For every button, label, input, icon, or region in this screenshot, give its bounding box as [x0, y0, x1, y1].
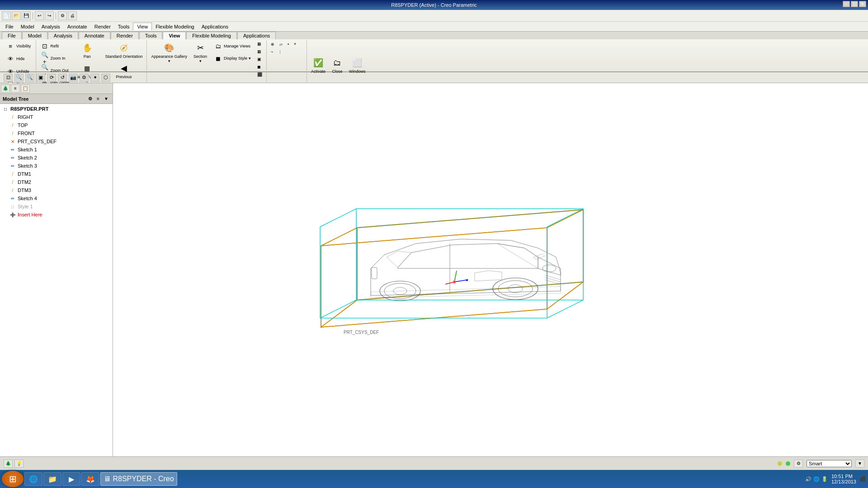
- panel-detail-icon[interactable]: 📋: [21, 84, 30, 93]
- another-btn2[interactable]: ⬡: [101, 74, 110, 82]
- tree-item-sketch2[interactable]: ✏ Sketch 2: [1, 154, 112, 162]
- print-button[interactable]: 🖨: [68, 11, 77, 20]
- pan-button[interactable]: ✋ Pan: [72, 40, 102, 60]
- zoom-to-fit-btn[interactable]: ⊡: [4, 74, 13, 82]
- restore-button[interactable]: ◻: [851, 1, 858, 7]
- tree-item-right[interactable]: / RIGHT: [1, 113, 112, 121]
- no-hidden-button[interactable]: ▣: [255, 56, 264, 63]
- menu-annotate[interactable]: Annotate: [64, 23, 91, 30]
- menu-model[interactable]: Model: [17, 23, 38, 30]
- menu-view[interactable]: View: [133, 23, 152, 30]
- tree-item-top[interactable]: / TOP: [1, 121, 112, 129]
- tree-item-dtm1[interactable]: / DTM1: [1, 170, 112, 178]
- minimize-button[interactable]: ─: [843, 1, 850, 7]
- new-button[interactable]: 📄: [2, 11, 11, 20]
- tree-settings-btn[interactable]: ⚙: [86, 95, 94, 103]
- layers-button[interactable]: ≡ Visibility: [4, 40, 34, 52]
- tree-root-item[interactable]: □ R8SPYDER.PRT: [1, 105, 112, 113]
- refit-button[interactable]: ⊡ Refit: [38, 40, 72, 52]
- close-button[interactable]: ✕: [859, 1, 866, 7]
- panel-layer-icon[interactable]: ≡: [11, 84, 20, 93]
- start-button[interactable]: ⊞: [2, 471, 24, 487]
- another-btn1[interactable]: ✦: [90, 74, 99, 82]
- taskbar-explorer[interactable]: 📁: [43, 472, 61, 486]
- show-more-button[interactable]: ⋮: [276, 48, 284, 56]
- standard-orientation-button[interactable]: 🧭 Standard Orientation: [103, 40, 145, 60]
- tab-analysis[interactable]: Analysis: [48, 32, 78, 39]
- tab-flexible-modeling[interactable]: Flexible Modeling: [186, 32, 237, 39]
- viewport[interactable]: PRT_CSYS_DEF: [113, 83, 868, 456]
- hide-button[interactable]: 👁 Hide: [4, 53, 34, 65]
- tree-item-insert[interactable]: ➕ Insert Here: [1, 211, 112, 219]
- status-model-btn[interactable]: 🌲: [4, 460, 13, 468]
- tab-model[interactable]: Model: [22, 32, 47, 39]
- tab-annotate[interactable]: Annotate: [79, 32, 110, 39]
- status-layer-btn[interactable]: 💡: [14, 460, 24, 468]
- redo-button[interactable]: ↪: [45, 11, 54, 20]
- orientation-buttons: ⊡ Refit 🔍+ Zoom In 🔍− Zoom Out ⊕ Pan Zoo…: [38, 40, 145, 90]
- shaded-with-edges-button[interactable]: ⬛: [255, 71, 264, 78]
- hidden-line-button[interactable]: ▦: [255, 48, 264, 55]
- close-window-button[interactable]: 🗂 Close: [329, 55, 346, 75]
- svg-rect-14: [372, 267, 377, 279]
- tree-item-dtm3[interactable]: / DTM3: [1, 186, 112, 194]
- taskbar-creo[interactable]: 🖥 R8SPYDER - Creo: [100, 472, 177, 486]
- tree-item-sketch3[interactable]: ✏ Sketch 3: [1, 162, 112, 170]
- tab-tools[interactable]: Tools: [139, 32, 163, 39]
- section-button[interactable]: ✂ Section▾: [191, 40, 209, 65]
- shaded-button[interactable]: ◼: [255, 63, 264, 70]
- panel-tree-icon[interactable]: 🌲: [1, 84, 10, 93]
- menu-analysis[interactable]: Analysis: [38, 23, 64, 30]
- view-mgr-btn[interactable]: ⚙: [80, 74, 89, 82]
- taskbar-media[interactable]: ▶: [62, 472, 80, 486]
- settings-button[interactable]: ⚙: [58, 11, 67, 20]
- menu-file[interactable]: File: [2, 23, 17, 30]
- zoom-in-sec-btn[interactable]: 🔍: [14, 74, 24, 82]
- tree-item-style1[interactable]: □ Style 1: [1, 202, 112, 211]
- wireframe-button[interactable]: ▦: [255, 40, 264, 47]
- show-planes-button[interactable]: ▱: [277, 41, 285, 48]
- appearance-gallery-button[interactable]: 🎨 Appearance Gallery▾: [149, 40, 189, 65]
- tree-item-dtm2[interactable]: / DTM2: [1, 178, 112, 186]
- tree-item-front[interactable]: / FRONT: [1, 129, 112, 137]
- open-button[interactable]: 📂: [12, 11, 21, 20]
- status-config-btn[interactable]: ⚙: [794, 460, 803, 468]
- status-dropdown-btn[interactable]: ▼: [855, 460, 864, 468]
- window-zoom-btn[interactable]: ▣: [36, 74, 45, 82]
- show-axes-button[interactable]: ⊕: [269, 41, 277, 48]
- tree-columns-btn[interactable]: ≡: [94, 95, 102, 103]
- menu-render[interactable]: Render: [91, 23, 114, 30]
- zoom-out-sec-btn[interactable]: 🔍: [25, 74, 34, 82]
- menu-applications[interactable]: Applications: [198, 23, 232, 30]
- zoom-in-button[interactable]: 🔍+ Zoom In: [38, 52, 72, 64]
- display-style-button[interactable]: ◼ Display Style▾: [211, 52, 253, 64]
- tree-filter-btn[interactable]: ▼: [103, 95, 110, 103]
- statusbar: 🌲 💡 ⚙ Smart ▼: [0, 456, 868, 470]
- refit-icon: ⊡: [40, 42, 49, 51]
- manage-views-button[interactable]: 🗂 Manage Views: [211, 40, 253, 52]
- undo-button[interactable]: ↩: [35, 11, 44, 20]
- show-csys-button[interactable]: ⌖: [292, 40, 298, 48]
- show-curves-button[interactable]: ~: [269, 48, 275, 56]
- taskbar-ie[interactable]: 🌐: [24, 472, 42, 486]
- menu-flexible-modeling[interactable]: Flexible Modeling: [152, 23, 198, 30]
- tab-render[interactable]: Render: [111, 32, 139, 39]
- screenshot-btn[interactable]: 📷: [69, 74, 78, 82]
- activate-button[interactable]: ✅ Activate: [309, 55, 328, 75]
- tree-item-csys[interactable]: ✕ PRT_CSYS_DEF: [1, 137, 112, 145]
- smart-select[interactable]: Smart: [807, 460, 852, 467]
- tab-applications[interactable]: Applications: [237, 32, 276, 39]
- tab-file[interactable]: File: [2, 32, 22, 39]
- save-button[interactable]: 💾: [22, 11, 31, 20]
- tab-view[interactable]: View: [163, 32, 186, 39]
- menu-tools[interactable]: Tools: [114, 23, 133, 30]
- tree-item-sketch1[interactable]: ✏ Sketch 1: [1, 145, 112, 154]
- spin-btn[interactable]: ↺: [58, 74, 67, 82]
- windows-button[interactable]: ⬜ Windows: [347, 55, 368, 75]
- plane-icon-right: /: [9, 113, 16, 121]
- repaint-btn[interactable]: ⟳: [47, 74, 56, 82]
- svg-point-11: [508, 285, 523, 293]
- tree-item-sketch4[interactable]: ✏ Sketch 4: [1, 194, 112, 202]
- taskbar-firefox[interactable]: 🦊: [81, 472, 99, 486]
- show-points-button[interactable]: •: [285, 41, 291, 48]
